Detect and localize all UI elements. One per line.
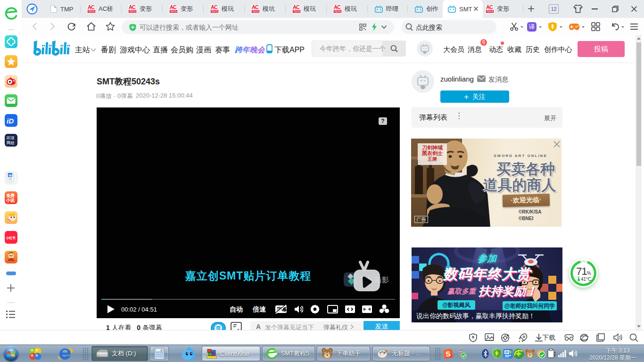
svg-text:小说: 小说	[6, 198, 15, 203]
svg-text:W: W	[9, 174, 12, 177]
svg-text:iD: iD	[7, 117, 14, 125]
svg-text:网校: 网校	[7, 140, 15, 145]
svg-text:免费: 免费	[6, 193, 15, 198]
svg-text:环球: 环球	[6, 136, 15, 140]
svg-text:小红书: 小红书	[6, 236, 16, 240]
